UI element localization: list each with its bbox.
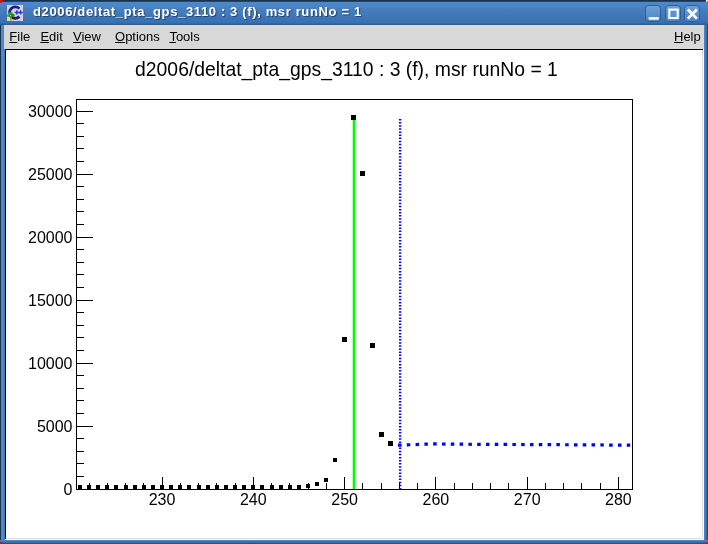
svg-text:d2006/deltat_pta_gps_3110 : 3: d2006/deltat_pta_gps_3110 : 3 (f), msr r… (135, 58, 558, 81)
svg-text:30000: 30000 (28, 103, 73, 120)
svg-text:280: 280 (605, 491, 632, 508)
svg-text:15000: 15000 (28, 292, 73, 309)
svg-text:0: 0 (64, 481, 73, 498)
svg-text:250: 250 (331, 491, 358, 508)
svg-text:25000: 25000 (28, 166, 73, 183)
svg-text:5000: 5000 (37, 418, 73, 435)
svg-text:260: 260 (423, 491, 450, 508)
svg-text:270: 270 (514, 491, 541, 508)
svg-text:20000: 20000 (28, 229, 73, 246)
svg-text:240: 240 (240, 491, 267, 508)
svg-text:230: 230 (149, 491, 176, 508)
svg-text:10000: 10000 (28, 355, 73, 372)
